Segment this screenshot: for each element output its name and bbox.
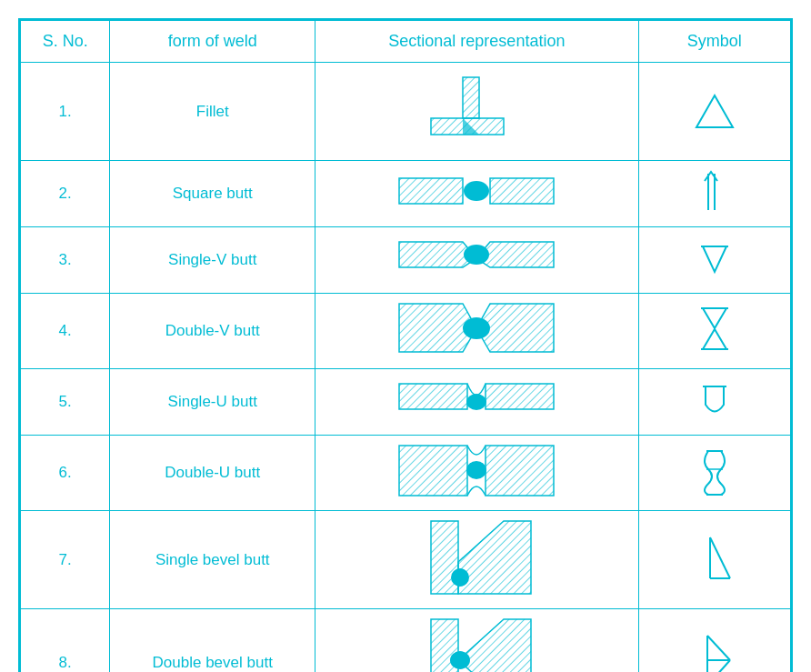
symbol-svg-2 — [692, 166, 737, 216]
symbol-svg-4 — [692, 304, 737, 354]
svg-line-40 — [710, 537, 730, 578]
svg-marker-43 — [458, 619, 531, 672]
svg-rect-7 — [490, 178, 554, 204]
symbol-svg-8 — [689, 631, 739, 673]
header-sect: Sectional representation — [315, 21, 639, 63]
svg-point-44 — [450, 651, 470, 669]
sym-6 — [638, 436, 790, 511]
sect-svg-4 — [395, 299, 558, 358]
sect-1 — [315, 63, 639, 161]
svg-point-37 — [451, 568, 469, 587]
svg-marker-36 — [458, 521, 531, 594]
sym-5 — [638, 369, 790, 436]
svg-point-25 — [466, 394, 486, 410]
svg-marker-23 — [399, 384, 467, 409]
symbol-svg-6 — [692, 444, 737, 498]
sym-8 — [638, 609, 790, 673]
sno-5: 5. — [21, 369, 110, 436]
sect-7 — [315, 511, 639, 609]
form-1: Fillet — [110, 63, 315, 161]
sno-4: 4. — [21, 294, 110, 369]
table-row: 2. Square butt — [21, 161, 791, 227]
weld-table-container: S. No. form of weld Sectional representa… — [18, 18, 793, 672]
form-5: Single-U butt — [110, 369, 315, 436]
svg-rect-2 — [463, 77, 479, 118]
sym-1 — [638, 63, 790, 161]
header-sym: Symbol — [638, 21, 790, 63]
sym-2 — [638, 161, 790, 227]
svg-marker-28 — [399, 446, 467, 496]
symbol-svg-3 — [692, 236, 737, 281]
table-row: 7. Single bevel butt — [21, 511, 791, 609]
sno-3: 3. — [21, 227, 110, 294]
svg-rect-6 — [399, 178, 463, 204]
table-row: 4. Double-V butt — [21, 294, 791, 369]
svg-marker-4 — [696, 95, 733, 127]
sect-8 — [315, 609, 639, 673]
sect-6 — [315, 436, 639, 511]
svg-marker-24 — [486, 384, 554, 409]
sect-svg-3 — [395, 233, 558, 283]
form-7: Single bevel butt — [110, 511, 315, 609]
header-sno: S. No. — [21, 21, 110, 63]
table-row: 1. Fillet — [21, 63, 791, 161]
svg-line-48 — [707, 660, 730, 673]
sym-3 — [638, 227, 790, 294]
table-row: 3. Single-V butt — [21, 227, 791, 294]
svg-point-8 — [464, 181, 489, 201]
sect-4 — [315, 294, 639, 369]
symbol-svg-7 — [692, 533, 737, 583]
form-2: Square butt — [110, 161, 315, 227]
sect-svg-6 — [395, 441, 558, 500]
form-3: Single-V butt — [110, 227, 315, 294]
sect-5 — [315, 369, 639, 436]
sect-2 — [315, 161, 639, 227]
form-8: Double bevel butt — [110, 609, 315, 673]
sno-8: 8. — [21, 609, 110, 673]
svg-line-47 — [707, 636, 730, 660]
sym-4 — [638, 294, 790, 369]
svg-marker-29 — [486, 446, 554, 496]
sno-2: 2. — [21, 161, 110, 227]
symbol-svg-1 — [692, 86, 737, 132]
svg-point-14 — [464, 245, 489, 265]
table-row: 6. Double-U butt — [21, 436, 791, 511]
form-6: Double-U butt — [110, 436, 315, 511]
svg-point-19 — [463, 317, 490, 339]
sect-svg-1 — [422, 68, 531, 150]
sym-7 — [638, 511, 790, 609]
table-row: 5. Single-U butt — [21, 369, 791, 436]
svg-point-30 — [466, 461, 486, 479]
sect-svg-7 — [413, 517, 540, 598]
sect-svg-2 — [395, 169, 558, 215]
header-form: form of weld — [110, 21, 315, 63]
sect-svg-8 — [413, 615, 540, 672]
sno-1: 1. — [21, 63, 110, 161]
table-row: 8. Double bevel butt — [21, 609, 791, 673]
sect-3 — [315, 227, 639, 294]
sno-6: 6. — [21, 436, 110, 511]
sect-svg-5 — [395, 375, 558, 425]
form-4: Double-V butt — [110, 294, 315, 369]
sno-7: 7. — [21, 511, 110, 609]
symbol-svg-5 — [692, 377, 737, 423]
